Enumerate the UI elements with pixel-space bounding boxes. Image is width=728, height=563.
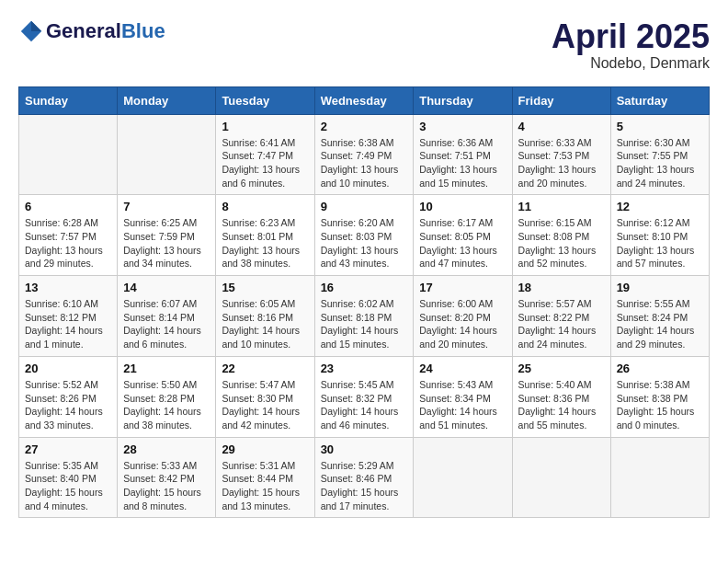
day-number: 29 [222, 442, 308, 456]
calendar-cell: 9Sunrise: 6:20 AMSunset: 8:03 PMDaylight… [314, 195, 414, 276]
day-number: 13 [25, 281, 111, 294]
calendar-cell: 7Sunrise: 6:25 AMSunset: 7:59 PMDaylight… [118, 195, 216, 276]
day-info: Sunrise: 5:38 AMSunset: 8:38 PMDaylight:… [617, 378, 703, 432]
day-number: 22 [222, 362, 308, 375]
day-info: Sunrise: 6:28 AMSunset: 7:57 PMDaylight:… [25, 216, 111, 270]
day-number: 5 [617, 120, 703, 133]
day-number: 26 [617, 362, 703, 375]
day-info: Sunrise: 5:43 AMSunset: 8:34 PMDaylight:… [419, 378, 506, 432]
day-info: Sunrise: 6:15 AMSunset: 8:08 PMDaylight:… [518, 216, 605, 270]
calendar-cell: 4Sunrise: 6:33 AMSunset: 7:53 PMDaylight… [512, 114, 610, 195]
location: Nodebo, Denmark [552, 55, 710, 72]
calendar-cell: 30Sunrise: 5:29 AMSunset: 8:46 PMDayligh… [314, 437, 414, 518]
day-info: Sunrise: 5:52 AMSunset: 8:26 PMDaylight:… [25, 378, 111, 432]
day-info: Sunrise: 6:20 AMSunset: 8:03 PMDaylight:… [321, 216, 408, 270]
weekday-header-friday: Friday [512, 86, 610, 114]
day-number: 1 [222, 120, 308, 133]
calendar-cell [118, 114, 216, 195]
page-header: GeneralBlue April 2025 Nodebo, Denmark [18, 18, 710, 72]
day-number: 14 [123, 281, 210, 294]
day-info: Sunrise: 5:55 AMSunset: 8:24 PMDaylight:… [617, 297, 703, 351]
weekday-header-monday: Monday [118, 86, 216, 114]
calendar-cell: 6Sunrise: 6:28 AMSunset: 7:57 PMDaylight… [19, 195, 118, 276]
calendar-cell: 16Sunrise: 6:02 AMSunset: 8:18 PMDayligh… [314, 276, 414, 357]
day-number: 20 [25, 362, 111, 375]
calendar-week-5: 27Sunrise: 5:35 AMSunset: 8:40 PMDayligh… [19, 437, 710, 518]
calendar-cell [512, 437, 610, 518]
calendar-table: SundayMondayTuesdayWednesdayThursdayFrid… [18, 86, 710, 519]
calendar-cell: 29Sunrise: 5:31 AMSunset: 8:44 PMDayligh… [216, 437, 314, 518]
day-info: Sunrise: 6:36 AMSunset: 7:51 PMDaylight:… [419, 136, 506, 190]
day-info: Sunrise: 6:00 AMSunset: 8:20 PMDaylight:… [419, 297, 506, 351]
calendar-cell: 20Sunrise: 5:52 AMSunset: 8:26 PMDayligh… [19, 356, 118, 437]
day-info: Sunrise: 5:57 AMSunset: 8:22 PMDaylight:… [518, 297, 605, 351]
calendar-cell: 14Sunrise: 6:07 AMSunset: 8:14 PMDayligh… [118, 276, 216, 357]
calendar-header: SundayMondayTuesdayWednesdayThursdayFrid… [19, 86, 710, 114]
calendar-cell: 10Sunrise: 6:17 AMSunset: 8:05 PMDayligh… [414, 195, 512, 276]
calendar-body: 1Sunrise: 6:41 AMSunset: 7:47 PMDaylight… [19, 114, 710, 518]
svg-marker-1 [31, 21, 41, 31]
day-number: 2 [321, 120, 408, 133]
day-info: Sunrise: 5:47 AMSunset: 8:30 PMDaylight:… [222, 378, 308, 432]
calendar-cell: 23Sunrise: 5:45 AMSunset: 8:32 PMDayligh… [314, 356, 414, 437]
calendar-cell: 17Sunrise: 6:00 AMSunset: 8:20 PMDayligh… [414, 276, 512, 357]
calendar-cell: 27Sunrise: 5:35 AMSunset: 8:40 PMDayligh… [19, 437, 118, 518]
calendar-cell: 8Sunrise: 6:23 AMSunset: 8:01 PMDaylight… [216, 195, 314, 276]
calendar-week-1: 1Sunrise: 6:41 AMSunset: 7:47 PMDaylight… [19, 114, 710, 195]
day-number: 11 [518, 200, 605, 213]
month-title: April 2025 [552, 18, 710, 55]
weekday-row: SundayMondayTuesdayWednesdayThursdayFrid… [19, 86, 710, 114]
calendar-cell: 25Sunrise: 5:40 AMSunset: 8:36 PMDayligh… [512, 356, 610, 437]
day-info: Sunrise: 6:38 AMSunset: 7:49 PMDaylight:… [321, 136, 408, 190]
day-number: 28 [123, 442, 210, 456]
day-number: 18 [518, 281, 605, 294]
weekday-header-tuesday: Tuesday [216, 86, 314, 114]
calendar-cell: 18Sunrise: 5:57 AMSunset: 8:22 PMDayligh… [512, 276, 610, 357]
calendar-cell: 12Sunrise: 6:12 AMSunset: 8:10 PMDayligh… [610, 195, 709, 276]
day-number: 17 [419, 281, 506, 294]
logo-icon [18, 18, 44, 44]
day-number: 10 [419, 200, 506, 213]
weekday-header-sunday: Sunday [19, 86, 118, 114]
day-number: 7 [123, 200, 210, 213]
day-info: Sunrise: 5:29 AMSunset: 8:46 PMDaylight:… [321, 459, 408, 513]
day-info: Sunrise: 6:41 AMSunset: 7:47 PMDaylight:… [222, 136, 308, 190]
day-info: Sunrise: 6:17 AMSunset: 8:05 PMDaylight:… [419, 216, 506, 270]
calendar-cell: 15Sunrise: 6:05 AMSunset: 8:16 PMDayligh… [216, 276, 314, 357]
day-info: Sunrise: 6:05 AMSunset: 8:16 PMDaylight:… [222, 297, 308, 351]
calendar-week-4: 20Sunrise: 5:52 AMSunset: 8:26 PMDayligh… [19, 356, 710, 437]
day-number: 3 [419, 120, 506, 133]
day-info: Sunrise: 5:33 AMSunset: 8:42 PMDaylight:… [123, 459, 210, 513]
day-number: 24 [419, 362, 506, 375]
day-info: Sunrise: 5:40 AMSunset: 8:36 PMDaylight:… [518, 378, 605, 432]
day-number: 23 [321, 362, 408, 375]
calendar-cell: 5Sunrise: 6:30 AMSunset: 7:55 PMDaylight… [610, 114, 709, 195]
day-info: Sunrise: 5:45 AMSunset: 8:32 PMDaylight:… [321, 378, 408, 432]
day-info: Sunrise: 5:31 AMSunset: 8:44 PMDaylight:… [222, 459, 308, 513]
calendar-cell: 26Sunrise: 5:38 AMSunset: 8:38 PMDayligh… [610, 356, 709, 437]
calendar-cell [610, 437, 709, 518]
day-info: Sunrise: 6:33 AMSunset: 7:53 PMDaylight:… [518, 136, 605, 190]
calendar-cell: 22Sunrise: 5:47 AMSunset: 8:30 PMDayligh… [216, 356, 314, 437]
weekday-header-wednesday: Wednesday [314, 86, 414, 114]
day-number: 25 [518, 362, 605, 375]
day-number: 30 [321, 442, 408, 456]
day-info: Sunrise: 6:10 AMSunset: 8:12 PMDaylight:… [25, 297, 111, 351]
calendar-cell: 3Sunrise: 6:36 AMSunset: 7:51 PMDaylight… [414, 114, 512, 195]
title-block: April 2025 Nodebo, Denmark [552, 18, 710, 72]
day-number: 9 [321, 200, 408, 213]
weekday-header-saturday: Saturday [610, 86, 709, 114]
calendar-week-2: 6Sunrise: 6:28 AMSunset: 7:57 PMDaylight… [19, 195, 710, 276]
calendar-cell: 13Sunrise: 6:10 AMSunset: 8:12 PMDayligh… [19, 276, 118, 357]
calendar-cell: 28Sunrise: 5:33 AMSunset: 8:42 PMDayligh… [118, 437, 216, 518]
day-info: Sunrise: 6:12 AMSunset: 8:10 PMDaylight:… [617, 216, 703, 270]
calendar-week-3: 13Sunrise: 6:10 AMSunset: 8:12 PMDayligh… [19, 276, 710, 357]
day-number: 6 [25, 200, 111, 213]
day-number: 12 [617, 200, 703, 213]
calendar-cell: 21Sunrise: 5:50 AMSunset: 8:28 PMDayligh… [118, 356, 216, 437]
day-info: Sunrise: 6:30 AMSunset: 7:55 PMDaylight:… [617, 136, 703, 190]
day-number: 8 [222, 200, 308, 213]
day-info: Sunrise: 6:25 AMSunset: 7:59 PMDaylight:… [123, 216, 210, 270]
calendar-cell: 1Sunrise: 6:41 AMSunset: 7:47 PMDaylight… [216, 114, 314, 195]
logo-general: General [46, 19, 121, 43]
